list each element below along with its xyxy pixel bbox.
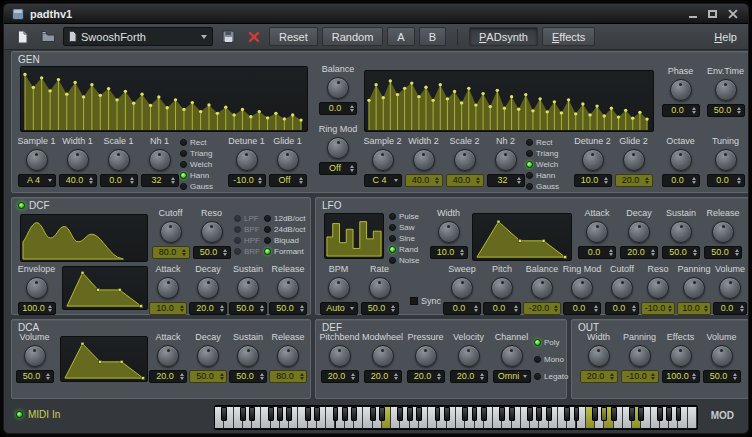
value-spinbox[interactable]: Auto	[320, 302, 358, 315]
radio-option[interactable]: Mono	[534, 354, 568, 364]
value-spinbox[interactable]: 0.0	[662, 104, 700, 117]
radio-option[interactable]: Hann	[180, 170, 226, 180]
value-spinbox[interactable]: 32	[487, 174, 525, 187]
value-spinbox[interactable]: 100.0	[662, 370, 700, 383]
value-spinbox[interactable]: 20.0	[580, 370, 618, 383]
value-spinbox[interactable]: 80.0	[269, 370, 307, 383]
piano-black-key[interactable]	[536, 407, 542, 421]
knob[interactable]	[586, 221, 608, 243]
value-spinbox[interactable]: -10.0	[641, 302, 675, 315]
midi-in-led[interactable]	[16, 411, 23, 418]
value-spinbox[interactable]: 10.0	[149, 302, 187, 315]
spinbox-arrows-icon[interactable]	[552, 304, 559, 313]
knob[interactable]	[236, 149, 258, 171]
value-spinbox[interactable]: 20.0	[321, 370, 359, 383]
knob[interactable]	[372, 345, 394, 367]
value-spinbox[interactable]: C 4	[364, 174, 402, 187]
spinbox-arrows-icon[interactable]	[691, 372, 698, 381]
spinbox-arrows-icon[interactable]	[298, 176, 305, 185]
piano-black-key[interactable]	[286, 407, 292, 421]
radio-option[interactable]: 24dB/oct	[264, 224, 306, 234]
value-spinbox[interactable]: 20.0	[407, 370, 445, 383]
piano-black-key[interactable]	[407, 407, 413, 421]
spinbox-arrows-icon[interactable]	[47, 304, 54, 313]
tab-effects[interactable]: Effects	[542, 27, 595, 46]
radio-option[interactable]: 12dB/oct	[264, 213, 306, 223]
radio-option[interactable]: BRF	[234, 246, 260, 256]
radio-option[interactable]: Triang	[180, 148, 226, 158]
value-spinbox[interactable]: 0.0	[483, 302, 521, 315]
value-spinbox[interactable]: 20.0	[620, 246, 658, 259]
value-spinbox[interactable]: 40.0	[59, 174, 97, 187]
spinbox-arrows-icon[interactable]	[649, 248, 656, 257]
preset-combobox[interactable]: SwooshForth	[63, 27, 213, 46]
knob[interactable]	[26, 277, 48, 299]
piano-black-key[interactable]	[342, 407, 348, 421]
knob[interactable]	[149, 149, 171, 171]
value-spinbox[interactable]: 0.0	[100, 174, 138, 187]
knob[interactable]	[277, 277, 299, 299]
value-spinbox[interactable]: 40.0	[446, 174, 484, 187]
piano-black-key[interactable]	[435, 407, 441, 421]
piano-black-key[interactable]	[657, 407, 663, 421]
spinbox-arrows-icon[interactable]	[650, 372, 657, 381]
piano-black-key[interactable]	[676, 407, 682, 421]
dca-adsr-display[interactable]	[60, 336, 148, 382]
value-spinbox[interactable]: 50.0	[16, 370, 54, 383]
piano-black-key[interactable]	[499, 407, 505, 421]
piano-black-key[interactable]	[574, 407, 580, 421]
radio-option[interactable]: Formant	[264, 246, 306, 256]
knob[interactable]	[201, 221, 223, 243]
dcf-adsr-display[interactable]	[62, 266, 148, 310]
piano-black-key[interactable]	[333, 407, 339, 421]
value-spinbox[interactable]: 50.0	[189, 370, 227, 383]
value-spinbox[interactable]: 100.0	[18, 302, 56, 315]
knob[interactable]	[237, 277, 259, 299]
piano-black-key[interactable]	[268, 407, 274, 421]
spinbox-arrows-icon[interactable]	[170, 176, 177, 185]
spinbox-arrows-icon[interactable]	[522, 372, 529, 381]
reset-button[interactable]: Reset	[269, 27, 318, 46]
value-spinbox[interactable]: 50.0	[229, 302, 267, 315]
spinbox-arrows-icon[interactable]	[732, 372, 739, 381]
value-spinbox[interactable]: 0.0	[319, 102, 357, 115]
sync-checkbox[interactable]: Sync	[410, 296, 441, 306]
spinbox-arrows-icon[interactable]	[349, 304, 356, 313]
piano-black-key[interactable]	[638, 407, 644, 421]
value-spinbox[interactable]: 0.0	[662, 174, 700, 187]
spinbox-arrows-icon[interactable]	[733, 248, 740, 257]
spinbox-arrows-icon[interactable]	[436, 372, 443, 381]
value-spinbox[interactable]: 50.0	[193, 246, 231, 259]
value-spinbox[interactable]: 20.0	[615, 174, 653, 187]
spinbox-arrows-icon[interactable]	[603, 176, 610, 185]
spinbox-arrows-icon[interactable]	[666, 304, 673, 313]
knob[interactable]	[451, 277, 473, 299]
piano-black-key[interactable]	[564, 407, 570, 421]
knob[interactable]	[24, 345, 46, 367]
knob[interactable]	[629, 345, 651, 367]
knob[interactable]	[611, 277, 633, 299]
spinbox-arrows-icon[interactable]	[390, 304, 397, 313]
spinbox-arrows-icon[interactable]	[702, 304, 709, 313]
knob[interactable]	[670, 79, 692, 101]
spinbox-arrows-icon[interactable]	[178, 304, 185, 313]
value-spinbox[interactable]: 50.0	[707, 104, 745, 117]
piano-black-key[interactable]	[305, 407, 311, 421]
maximize-button[interactable]	[705, 7, 720, 20]
value-spinbox[interactable]: -10.0	[621, 370, 659, 383]
knob[interactable]	[683, 277, 705, 299]
value-spinbox[interactable]: 0.0	[707, 174, 745, 187]
knob[interactable]	[458, 345, 480, 367]
knob[interactable]	[670, 221, 692, 243]
knob[interactable]	[197, 345, 219, 367]
knob[interactable]	[327, 77, 349, 99]
spinbox-arrows-icon[interactable]	[516, 176, 523, 185]
piano-black-key[interactable]	[472, 407, 478, 421]
radio-option[interactable]: Gauss	[180, 181, 226, 191]
piano-black-key[interactable]	[397, 407, 403, 421]
value-spinbox[interactable]: 20.0	[189, 302, 227, 315]
combo-arrow-icon[interactable]	[201, 35, 207, 39]
knob[interactable]	[157, 345, 179, 367]
spinbox-arrows-icon[interactable]	[459, 248, 466, 257]
knob[interactable]	[327, 137, 349, 159]
